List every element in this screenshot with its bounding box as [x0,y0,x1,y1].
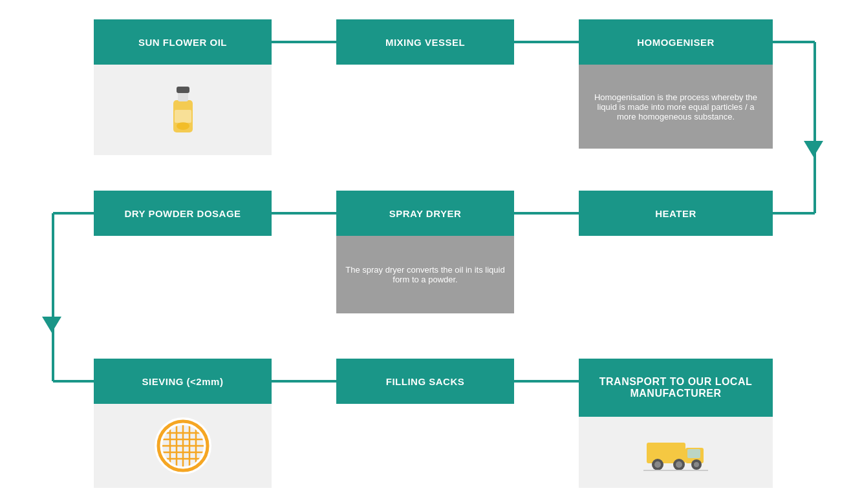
sieving-image-box [94,404,272,488]
heater-box: HEATER [579,191,773,236]
sunflower-image-box [94,65,272,155]
sunflower-oil-icon [157,78,209,142]
sunflower-box: SUN FLOWER OIL [94,19,272,65]
mixing-label: MIXING VESSEL [385,37,465,48]
svg-rect-25 [175,110,191,123]
mixing-vessel-box: MIXING VESSEL [336,19,514,65]
sunflower-label: SUN FLOWER OIL [138,37,227,48]
svg-marker-16 [42,317,61,333]
process-diagram: SUN FLOWER OIL MIXING VESSEL HOMOGENISER… [0,0,862,504]
transport-label: TRANSPORT TO OUR LOCAL MANUFACTURER [579,376,773,399]
spray-dryer-info-box: The spray dryer converts the oil in its … [336,236,514,313]
heater-label: HEATER [655,208,696,219]
homogeniser-info-text: Homogenisation is the process whereby th… [587,92,765,121]
sieve-icon [154,417,212,475]
transport-image-box [579,417,773,488]
homogeniser-label: HOMOGENISER [637,37,715,48]
filling-label: FILLING SACKS [386,376,465,387]
dry-powder-label: DRY POWDER DOSAGE [124,208,241,219]
svg-point-46 [676,461,682,468]
svg-rect-24 [177,87,189,93]
svg-point-26 [177,122,189,130]
spray-dryer-box: SPRAY DRYER [336,191,514,236]
sieving-label: SIEVING (<2mm) [142,376,224,387]
svg-point-48 [694,462,699,467]
spray-dryer-label: SPRAY DRYER [389,208,462,219]
filling-sacks-box: FILLING SACKS [336,359,514,404]
svg-point-44 [654,461,661,468]
dry-powder-box: DRY POWDER DOSAGE [94,191,272,236]
homogeniser-info-box: Homogenisation is the process whereby th… [579,65,773,149]
truck-icon [643,430,708,475]
homogeniser-box: HOMOGENISER [579,19,773,65]
spray-dryer-info-text: The spray dryer converts the oil in its … [344,265,506,284]
svg-marker-21 [804,141,823,157]
transport-box: TRANSPORT TO OUR LOCAL MANUFACTURER [579,359,773,417]
sieving-box: SIEVING (<2mm) [94,359,272,404]
svg-rect-23 [178,92,188,101]
svg-rect-42 [687,449,700,458]
